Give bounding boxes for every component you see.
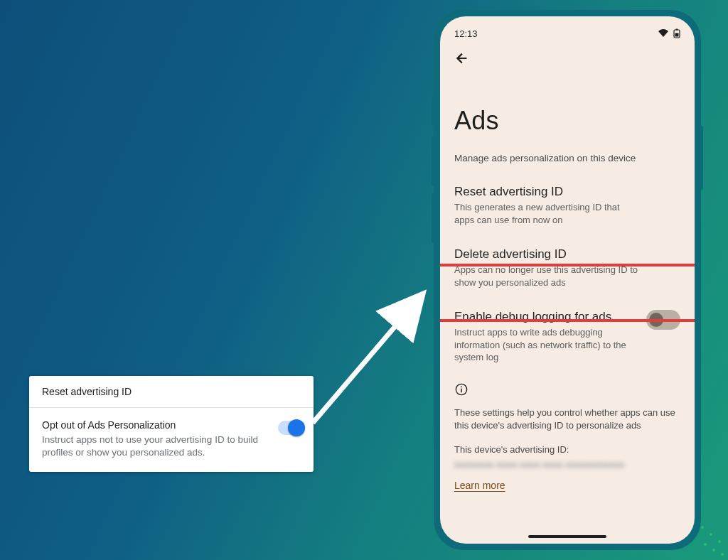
svg-point-6 <box>461 386 462 387</box>
legacy-reset-row[interactable]: Reset advertising ID <box>29 376 314 408</box>
setting-desc: This generates a new advertising ID that… <box>454 201 639 226</box>
legacy-optout-title: Opt out of Ads Personalization <box>42 419 269 431</box>
setting-title: Reset advertising ID <box>454 185 639 199</box>
phone-side-button <box>700 126 703 190</box>
status-time: 12:13 <box>454 28 478 39</box>
setting-desc: Instruct apps to write ads debugging inf… <box>454 326 636 364</box>
setting-debug-logging[interactable]: Enable debug logging for ads Instruct ap… <box>454 310 680 364</box>
setting-desc: Apps can no longer use this advertising … <box>454 264 639 289</box>
legacy-optout-row[interactable]: Opt out of Ads Personalization Instruct … <box>29 408 314 472</box>
ad-id-value: xxxxxxxx-xxxx-xxxx-xxxx-xxxxxxxxxxxx <box>454 459 680 470</box>
page-subtitle: Manage ads personalization on this devic… <box>454 153 680 163</box>
decorative-dots <box>697 515 725 557</box>
svg-rect-3 <box>675 33 679 37</box>
learn-more-link[interactable]: Learn more <box>454 480 505 491</box>
setting-title: Delete advertising ID <box>454 247 639 262</box>
svg-line-0 <box>313 302 416 423</box>
debug-logging-toggle[interactable] <box>646 310 680 330</box>
svg-rect-2 <box>676 29 678 31</box>
svg-rect-5 <box>461 389 462 392</box>
battery-icon <box>673 28 680 38</box>
legacy-optout-sub: Instruct apps not to use your advertisin… <box>42 434 269 459</box>
ad-id-label: This device's advertising ID: <box>454 443 680 456</box>
wifi-icon <box>658 29 669 38</box>
phone-side-button <box>432 193 434 243</box>
phone-screen: 12:13 Ads Manage ads personalization on … <box>440 16 695 544</box>
legacy-reset-title: Reset advertising ID <box>42 386 132 397</box>
page-title: Ads <box>454 106 680 136</box>
back-button[interactable] <box>454 50 680 66</box>
phone-mockup: 12:13 Ads Manage ads personalization on … <box>434 10 701 550</box>
setting-reset-advertising-id[interactable]: Reset advertising ID This generates a ne… <box>454 185 680 226</box>
legacy-settings-card: Reset advertising ID Opt out of Ads Pers… <box>29 376 314 472</box>
phone-side-button <box>432 136 434 186</box>
info-paragraph: These settings help you control whether … <box>454 406 680 432</box>
status-bar: 12:13 <box>454 26 680 41</box>
setting-delete-advertising-id[interactable]: Delete advertising ID Apps can no longer… <box>454 247 680 289</box>
gesture-nav-bar[interactable] <box>528 535 606 538</box>
arrow-icon <box>299 284 434 434</box>
info-icon <box>454 382 680 397</box>
setting-title: Enable debug logging for ads <box>454 310 636 324</box>
phone-side-button <box>432 97 434 126</box>
